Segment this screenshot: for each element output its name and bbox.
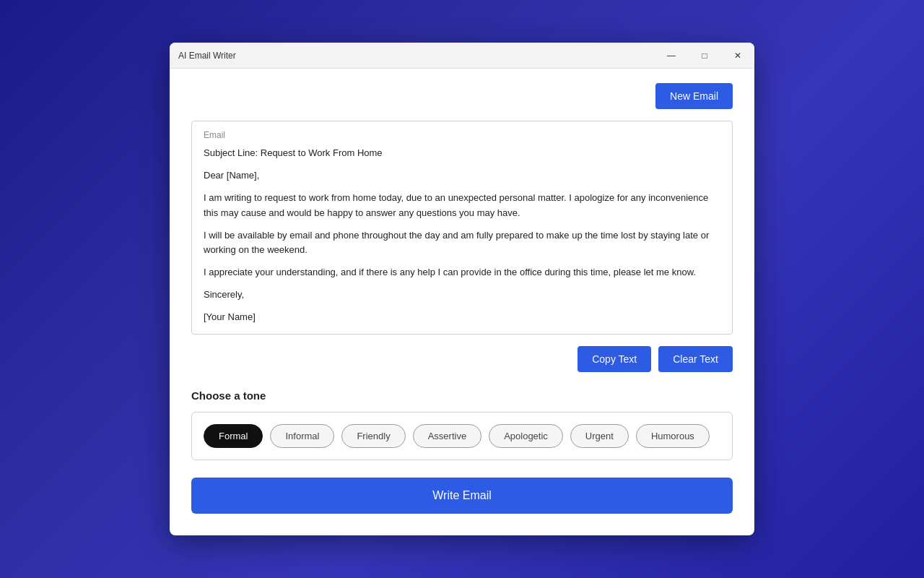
email-body2: I will be available by email and phone t…: [204, 228, 720, 259]
titlebar: AI Email Writer — □ ✕: [170, 43, 754, 69]
tone-formal[interactable]: Formal: [204, 424, 263, 448]
email-body1: I am writing to request to work from hom…: [204, 191, 720, 221]
window-content: New Email Email Subject Line: Request to…: [170, 69, 754, 535]
email-subject: Subject Line: Request to Work From Home: [204, 146, 720, 161]
new-email-button[interactable]: New Email: [655, 83, 733, 109]
tone-label: Choose a tone: [191, 389, 733, 402]
header-row: New Email: [191, 83, 733, 109]
close-button[interactable]: ✕: [721, 43, 754, 69]
email-body3: I appreciate your understanding, and if …: [204, 265, 720, 280]
app-window: AI Email Writer — □ ✕ New Email Email Su…: [170, 43, 754, 535]
minimize-button[interactable]: —: [655, 43, 688, 69]
email-box: Email Subject Line: Request to Work From…: [191, 121, 733, 334]
tone-humorous[interactable]: Humorous: [636, 424, 710, 448]
email-label: Email: [204, 130, 720, 140]
tone-options: Formal Informal Friendly Assertive Apolo…: [191, 412, 733, 460]
tone-friendly[interactable]: Friendly: [341, 424, 405, 448]
tone-informal[interactable]: Informal: [270, 424, 334, 448]
clear-text-button[interactable]: Clear Text: [658, 346, 733, 372]
tone-assertive[interactable]: Assertive: [413, 424, 481, 448]
copy-text-button[interactable]: Copy Text: [578, 346, 651, 372]
action-row: Copy Text Clear Text: [191, 346, 733, 372]
email-signature: [Your Name]: [204, 310, 720, 325]
maximize-button[interactable]: □: [688, 43, 721, 69]
window-controls: — □ ✕: [655, 43, 754, 69]
email-closing: Sincerely,: [204, 288, 720, 303]
email-content: Subject Line: Request to Work From Home …: [204, 146, 720, 324]
tone-section: Choose a tone Formal Informal Friendly A…: [191, 389, 733, 460]
window-title: AI Email Writer: [178, 51, 236, 61]
email-greeting: Dear [Name],: [204, 168, 720, 184]
tone-apologetic[interactable]: Apologetic: [489, 424, 563, 448]
tone-urgent[interactable]: Urgent: [570, 424, 629, 448]
write-email-button[interactable]: Write Email: [191, 478, 733, 514]
